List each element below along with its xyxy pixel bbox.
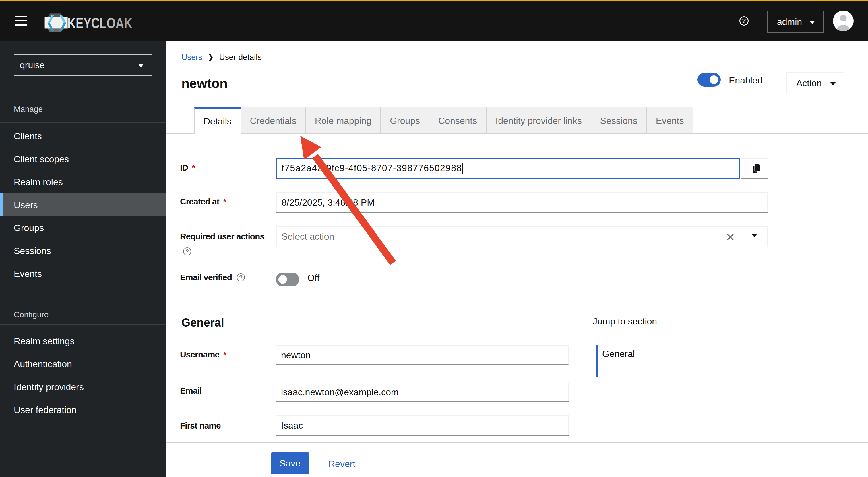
svg-text:KEYCLOAK: KEYCLOAK: [67, 15, 132, 31]
